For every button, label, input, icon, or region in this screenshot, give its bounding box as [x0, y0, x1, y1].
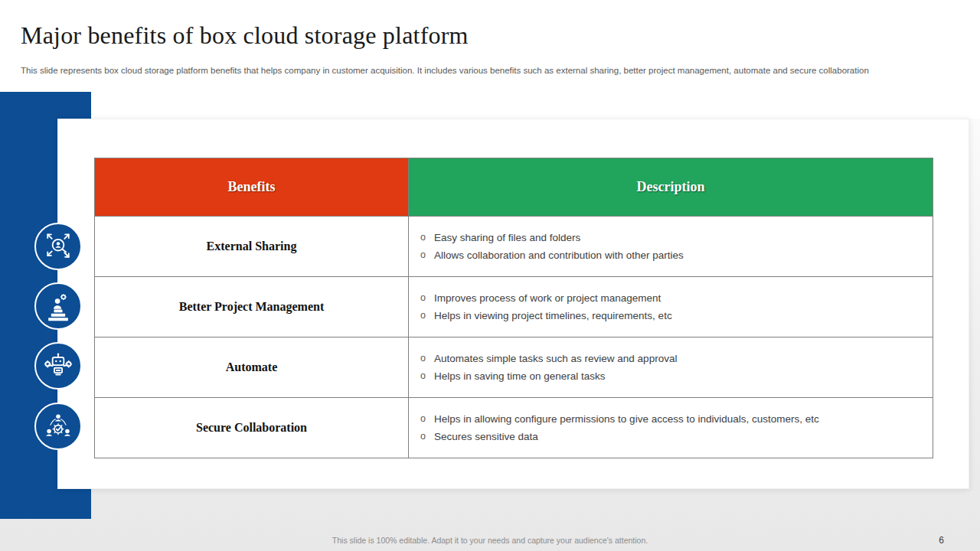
page-subtitle: This slide represents box cloud storage …	[21, 66, 939, 75]
description-cell: oAutomates simple tasks such as review a…	[409, 337, 933, 397]
benefits-column-header: Benefits	[95, 158, 409, 216]
external-sharing-icon	[34, 223, 82, 270]
page-number: 6	[939, 535, 944, 546]
bullet-text: Secures sensitive data	[434, 429, 538, 444]
benefits-table: Benefits Description External Sharing oE…	[94, 158, 933, 458]
benefit-cell: External Sharing	[95, 217, 409, 276]
bullet-point: oAutomates simple tasks such as review a…	[419, 351, 925, 366]
page-title: Major benefits of box cloud storage plat…	[21, 21, 786, 50]
bullet-marker: o	[419, 412, 434, 426]
benefit-cell: Better Project Management	[95, 277, 409, 337]
bullet-marker: o	[419, 308, 434, 323]
benefit-cell: Secure Collaboration	[95, 398, 409, 458]
bullet-text: Helps in saving time on general tasks	[434, 369, 606, 383]
bullet-text: Helps in allowing configure permissions …	[434, 412, 819, 426]
description-cell: oImproves process of work or project man…	[409, 277, 933, 337]
bullet-marker: o	[419, 351, 434, 366]
bullet-marker: o	[419, 369, 434, 383]
bullet-point: oHelps in viewing project timelines, req…	[419, 308, 925, 323]
table-header-row: Benefits Description	[95, 158, 933, 216]
bullet-text: Helps in viewing project timelines, requ…	[434, 308, 672, 323]
bullet-text: Improves process of work or project mana…	[434, 291, 661, 305]
bullet-point: oImproves process of work or project man…	[419, 291, 925, 305]
bullet-point: oEasy sharing of files and folders	[419, 230, 925, 245]
secure-collaboration-icon	[34, 403, 82, 450]
table-row: Automate oAutomates simple tasks such as…	[95, 337, 933, 397]
bullet-point: oHelps in saving time on general tasks	[419, 369, 925, 383]
description-cell: oHelps in allowing configure permissions…	[409, 398, 933, 458]
bullet-marker: o	[419, 248, 434, 262]
bullet-point: oHelps in allowing configure permissions…	[419, 412, 925, 426]
table-row: Secure Collaboration oHelps in allowing …	[95, 397, 933, 458]
table-row: External Sharing oEasy sharing of files …	[95, 216, 933, 276]
footer-note: This slide is 100% editable. Adapt it to…	[0, 536, 980, 545]
project-management-icon	[34, 282, 82, 330]
bullet-marker: o	[419, 429, 434, 444]
table-row: Better Project Management oImproves proc…	[95, 276, 933, 337]
bullet-text: Automates simple tasks such as review an…	[434, 351, 677, 366]
bullet-text: Allows collaboration and contribution wi…	[434, 248, 684, 262]
description-cell: oEasy sharing of files and folders oAllo…	[409, 217, 933, 276]
bullet-point: oAllows collaboration and contribution w…	[419, 248, 925, 262]
bullet-marker: o	[419, 291, 434, 305]
benefit-cell: Automate	[95, 337, 409, 397]
automation-robot-icon	[34, 342, 82, 390]
bullet-marker: o	[419, 230, 434, 245]
description-column-header: Description	[409, 158, 933, 216]
bullet-point: oSecures sensitive data	[419, 429, 925, 444]
bullet-text: Easy sharing of files and folders	[434, 230, 580, 245]
